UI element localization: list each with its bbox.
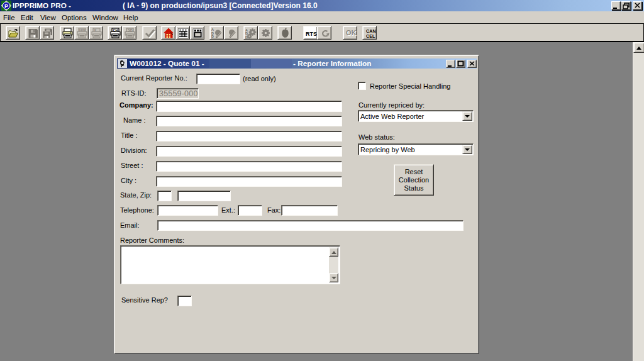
svg-text:CAN: CAN	[366, 29, 376, 33]
svg-text:D: D	[211, 35, 214, 38]
svg-text:P: P	[4, 3, 8, 9]
svg-text:RTS: RTS	[306, 31, 317, 37]
svg-text:CH: CH	[113, 28, 118, 32]
svg-text:D: D	[245, 35, 248, 39]
svg-text:CEL: CEL	[366, 34, 375, 38]
svg-text:SB: SB	[128, 28, 133, 32]
svg-text:OK: OK	[346, 29, 357, 36]
